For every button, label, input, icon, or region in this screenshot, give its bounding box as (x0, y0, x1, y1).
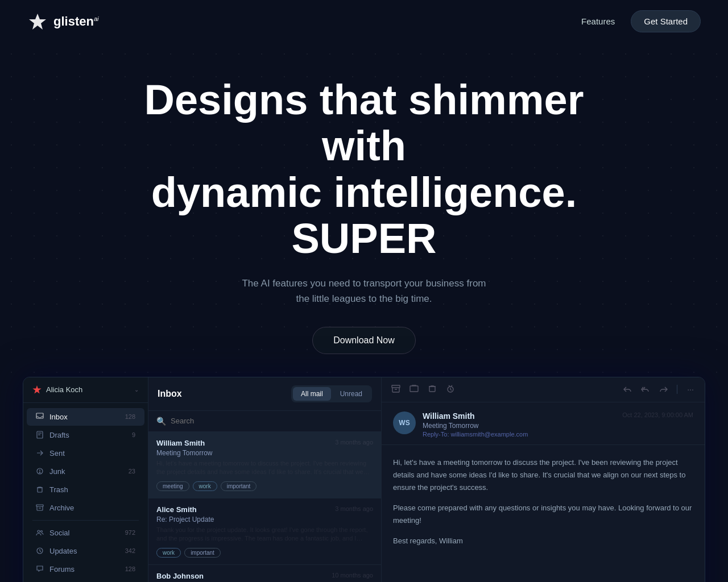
email-from: William Smith (423, 411, 615, 421)
tag-important-2[interactable]: important (184, 548, 221, 558)
email-time-2: 3 months ago (335, 505, 373, 514)
tag-work-2[interactable]: work (156, 548, 181, 558)
delete-toolbar-icon[interactable] (427, 384, 437, 395)
email-list-title: Inbox (158, 389, 182, 399)
email-detail-toolbar: ··· (382, 377, 705, 402)
sidebar-username: Alicia Koch (46, 385, 82, 394)
updates-icon (36, 547, 44, 555)
svg-point-6 (39, 472, 40, 473)
svg-point-10 (38, 530, 40, 533)
forums-label: Forums (49, 565, 119, 573)
svg-line-23 (449, 385, 450, 386)
social-count: 972 (125, 529, 135, 536)
tab-all-mail[interactable]: All mail (293, 387, 331, 401)
sidebar-item-forums[interactable]: Forums 128 (27, 560, 144, 578)
email-list-panel: Inbox All mail Unread 🔍 William Smith 3 … (148, 377, 382, 582)
sidebar-item-social[interactable]: Social 972 (27, 524, 144, 542)
svg-rect-20 (410, 386, 418, 392)
email-detail-subject: Meeting Tomorrow (423, 422, 615, 430)
tag-work[interactable]: work (193, 481, 217, 491)
tag-important[interactable]: important (221, 481, 257, 491)
download-now-button[interactable]: Download Now (312, 327, 416, 354)
logo-text: glisten (53, 14, 94, 28)
more-toolbar-icon[interactable]: ··· (685, 385, 696, 394)
email-tags-1: meeting work important (156, 481, 373, 491)
move-toolbar-icon[interactable] (409, 384, 419, 395)
forward-toolbar-icon[interactable] (659, 384, 669, 395)
demo-window: Alicia Koch ⌄ Inbox 128 Drafts 9 (23, 377, 705, 582)
svg-rect-21 (429, 386, 435, 392)
archive-toolbar-icon[interactable] (391, 384, 401, 395)
drafts-label: Drafts (49, 431, 126, 439)
inbox-label: Inbox (49, 413, 119, 421)
email-item-1[interactable]: William Smith 3 months ago Meeting Tomor… (148, 432, 381, 498)
snooze-toolbar-icon[interactable] (445, 384, 456, 395)
body-paragraph-2: Please come prepared with any questions … (393, 502, 693, 527)
inbox-icon (36, 413, 44, 421)
hero-section: Designs that shimmer with dynamic intell… (0, 43, 728, 377)
logo-icon (27, 11, 48, 32)
get-started-button[interactable]: Get Started (631, 10, 701, 32)
email-replyto: Reply-To: williamsmith@example.com (423, 431, 615, 438)
svg-rect-8 (36, 505, 43, 506)
demo-wrapper: Alicia Koch ⌄ Inbox 128 Drafts 9 (0, 377, 728, 582)
logo-sup: ai (94, 15, 99, 22)
logo[interactable]: glistenai (27, 11, 98, 32)
email-item-3[interactable]: Bob Johnson 10 months ago Weekend Plans … (148, 565, 381, 583)
chevron-down-icon[interactable]: ⌄ (134, 386, 139, 393)
sidebar-divider (32, 520, 139, 521)
junk-label: Junk (49, 467, 123, 476)
email-avatar: WS (393, 411, 416, 434)
email-item-3-top: Bob Johnson 10 months ago (156, 572, 373, 580)
email-tags-2: work important (156, 548, 373, 558)
inbox-count: 128 (125, 413, 135, 420)
drafts-icon (36, 431, 44, 439)
tag-meeting[interactable]: meeting (156, 481, 189, 491)
sidebar-item-shopping[interactable]: Shopping 8 (27, 579, 144, 582)
email-sender-3: Bob Johnson (156, 572, 204, 580)
email-tabs: All mail Unread (291, 385, 372, 402)
email-time-3: 10 months ago (332, 572, 373, 580)
email-detail: ··· WS William Smith Meeting Tomorrow Re… (382, 377, 705, 582)
features-link[interactable]: Features (581, 16, 615, 26)
toolbar-divider (677, 385, 677, 394)
body-paragraph-3: Best regards, William (393, 535, 693, 547)
sidebar-item-inbox[interactable]: Inbox 128 (27, 408, 144, 426)
sidebar-item-trash[interactable]: Trash (27, 481, 144, 498)
navbar: glistenai Features Get Started (0, 0, 728, 43)
archive-icon (36, 504, 44, 512)
svg-rect-7 (38, 488, 42, 492)
reply-all-toolbar-icon[interactable] (640, 384, 651, 395)
sidebar: Alicia Koch ⌄ Inbox 128 Drafts 9 (23, 377, 148, 582)
body-paragraph-1: Hi, let's have a meeting tomorrow to dis… (393, 456, 693, 494)
sent-label: Sent (49, 449, 130, 458)
email-sender-1: William Smith (156, 439, 205, 447)
updates-label: Updates (49, 547, 119, 555)
sidebar-header: Alicia Koch ⌄ (23, 377, 148, 403)
sidebar-item-drafts[interactable]: Drafts 9 (27, 426, 144, 444)
sent-icon (36, 449, 44, 457)
tab-unread[interactable]: Unread (332, 387, 370, 401)
sidebar-user[interactable]: Alicia Koch (32, 385, 82, 394)
sidebar-item-sent[interactable]: Sent (27, 444, 144, 462)
svg-rect-18 (392, 385, 400, 388)
email-preview-2: Thank you for the project update. It loo… (156, 526, 373, 543)
junk-count: 23 (129, 468, 135, 475)
junk-icon (36, 467, 44, 475)
email-item-2[interactable]: Alice Smith 3 months ago Re: Project Upd… (148, 498, 381, 565)
email-time-1: 3 months ago (335, 439, 373, 447)
hero-headline: Designs that shimmer with dynamic intell… (108, 77, 620, 262)
search-input[interactable] (171, 417, 373, 425)
forums-icon (36, 565, 44, 573)
email-subject-2: Re: Project Update (156, 516, 373, 523)
sidebar-nav: Inbox 128 Drafts 9 Sent Junk 23 (23, 403, 148, 582)
sidebar-item-junk[interactable]: Junk 23 (27, 463, 144, 480)
email-detail-header: WS William Smith Meeting Tomorrow Reply-… (382, 402, 705, 445)
email-items: William Smith 3 months ago Meeting Tomor… (148, 432, 381, 582)
toolbar-left-icons (391, 384, 456, 395)
sidebar-item-archive[interactable]: Archive (27, 499, 144, 517)
sidebar-item-updates[interactable]: Updates 342 (27, 542, 144, 560)
reply-toolbar-icon[interactable] (622, 384, 632, 395)
email-detail-meta: William Smith Meeting Tomorrow Reply-To:… (423, 411, 615, 438)
email-timestamp: Oct 22, 2023, 9:00:00 AM (622, 411, 693, 438)
